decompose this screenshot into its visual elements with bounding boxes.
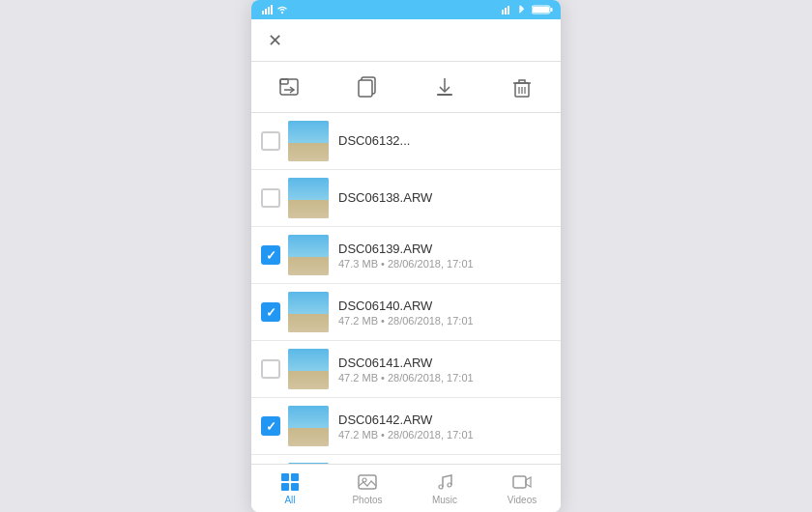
- svg-rect-7: [508, 6, 509, 14]
- file-meta-3: 47.2 MB • 28/06/2018, 17:01: [338, 315, 551, 327]
- nav-label-music: Music: [432, 495, 457, 505]
- file-info-1: DSC06138.ARW: [338, 190, 551, 207]
- nav-item-all[interactable]: All: [251, 466, 329, 511]
- file-item-5[interactable]: DSC06142.ARW47.2 MB • 28/06/2018, 17:01: [251, 398, 561, 455]
- svg-rect-10: [533, 7, 549, 13]
- svg-rect-6: [505, 8, 507, 14]
- delete-action[interactable]: [483, 68, 561, 108]
- file-thumbnail-5: [288, 406, 329, 446]
- close-icon: ✕: [268, 30, 282, 51]
- svg-rect-20: [281, 473, 289, 481]
- file-checkbox-1[interactable]: [261, 188, 280, 208]
- move-icon: [275, 71, 305, 102]
- nav-label-photos: Photos: [352, 495, 382, 505]
- svg-rect-5: [502, 10, 504, 14]
- file-name-4: DSC06141.ARW: [338, 356, 551, 370]
- file-item-4[interactable]: DSC06141.ARW47.2 MB • 28/06/2018, 17:01: [251, 341, 561, 398]
- file-item-1[interactable]: DSC06138.ARW: [251, 170, 561, 227]
- nav-label-videos: Videos: [508, 495, 536, 505]
- file-name-2: DSC06139.ARW: [338, 242, 551, 256]
- svg-rect-9: [551, 8, 553, 12]
- videos-icon: [511, 471, 533, 493]
- file-info-0: DSC06132...: [338, 133, 551, 150]
- file-item-3[interactable]: DSC06140.ARW47.2 MB • 28/06/2018, 17:01: [251, 284, 561, 341]
- bluetooth-icon: [514, 5, 526, 14]
- svg-rect-23: [291, 483, 299, 491]
- file-name-1: DSC06138.ARW: [338, 190, 551, 205]
- signal-icon: [262, 5, 274, 14]
- svg-rect-0: [262, 11, 264, 14]
- status-right: [502, 5, 553, 14]
- svg-rect-24: [359, 475, 376, 489]
- copy-icon: [352, 71, 383, 102]
- photos-icon: [357, 471, 378, 493]
- close-button[interactable]: ✕: [261, 27, 288, 54]
- file-list: DSC06132...DSC06138.ARWDSC06139.ARW47.3 …: [251, 113, 561, 464]
- file-thumbnail-0: [288, 121, 329, 161]
- all-icon: [279, 471, 301, 493]
- signal-bars-icon: [502, 5, 511, 14]
- download-action[interactable]: [406, 68, 483, 108]
- delete-icon: [507, 71, 537, 102]
- svg-rect-12: [280, 79, 288, 84]
- file-thumbnail-4: [288, 349, 329, 389]
- file-name-3: DSC06140.ARW: [338, 299, 551, 313]
- svg-rect-28: [513, 476, 526, 488]
- bottom-nav: AllPhotosMusicVideos: [251, 464, 561, 512]
- file-thumbnail-3: [288, 292, 329, 332]
- file-thumbnail-2: [288, 235, 329, 275]
- file-info-2: DSC06139.ARW47.3 MB • 28/06/2018, 17:01: [338, 242, 551, 270]
- file-info-3: DSC06140.ARW47.2 MB • 28/06/2018, 17:01: [338, 299, 551, 327]
- nav-label-all: All: [284, 495, 295, 505]
- file-checkbox-2[interactable]: [261, 245, 280, 265]
- file-item-0[interactable]: DSC06132...: [251, 113, 561, 170]
- svg-rect-2: [268, 7, 270, 14]
- file-meta-2: 47.3 MB • 28/06/2018, 17:01: [338, 258, 551, 270]
- svg-rect-15: [437, 94, 452, 96]
- svg-rect-14: [359, 80, 372, 97]
- svg-point-25: [362, 478, 366, 482]
- file-checkbox-3[interactable]: [261, 302, 280, 322]
- file-item-2[interactable]: DSC06139.ARW47.3 MB • 28/06/2018, 17:01: [251, 227, 561, 284]
- nav-item-videos[interactable]: Videos: [483, 466, 561, 511]
- file-thumbnail-1: [288, 178, 329, 218]
- svg-rect-21: [291, 473, 299, 481]
- file-info-4: DSC06141.ARW47.2 MB • 28/06/2018, 17:01: [338, 356, 551, 384]
- download-icon: [429, 71, 460, 102]
- wifi-icon: [276, 5, 288, 14]
- file-item-6[interactable]: DSC06143.ARW47.2 MB • 28/06/2018, 17:01: [251, 455, 561, 464]
- svg-rect-22: [281, 483, 289, 491]
- status-bar: [251, 0, 561, 19]
- file-name-0: DSC06132...: [338, 133, 551, 148]
- battery-icon: [532, 5, 553, 14]
- file-thumbnail-6: [288, 463, 329, 464]
- status-left: [259, 5, 288, 14]
- phone-frame: ✕: [251, 0, 561, 512]
- file-checkbox-4[interactable]: [261, 359, 280, 379]
- file-name-5: DSC06142.ARW: [338, 412, 551, 427]
- nav-item-photos[interactable]: Photos: [329, 466, 406, 511]
- svg-rect-1: [265, 9, 267, 14]
- selection-toolbar: ✕: [251, 19, 561, 62]
- file-info-5: DSC06142.ARW47.2 MB • 28/06/2018, 17:01: [338, 412, 551, 441]
- file-checkbox-0[interactable]: [261, 131, 280, 151]
- file-meta-4: 47.2 MB • 28/06/2018, 17:01: [338, 372, 551, 384]
- svg-rect-3: [271, 5, 273, 14]
- action-row: [251, 62, 561, 113]
- music-icon: [434, 471, 455, 493]
- nav-item-music[interactable]: Music: [406, 466, 483, 511]
- copy-action[interactable]: [329, 68, 406, 108]
- file-meta-5: 47.2 MB • 28/06/2018, 17:01: [338, 429, 551, 441]
- move-action[interactable]: [251, 68, 329, 108]
- file-checkbox-5[interactable]: [261, 416, 280, 436]
- svg-point-4: [281, 12, 283, 14]
- svg-rect-11: [280, 79, 298, 95]
